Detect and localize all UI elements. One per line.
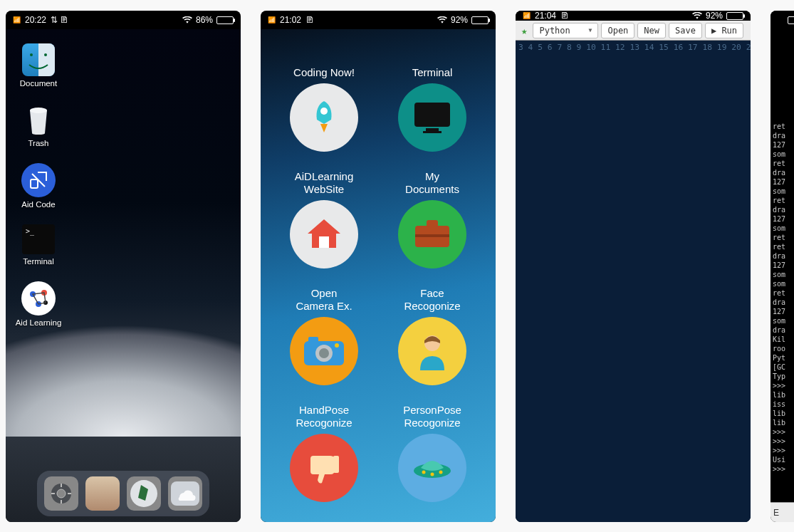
svg-rect-20 (319, 236, 329, 248)
app-label: Camera Ex. (296, 300, 352, 313)
save-button[interactable]: Save (669, 23, 702, 38)
app-camera[interactable]: OpenCamera Ex. (273, 284, 375, 385)
status-time: 20:22 (25, 15, 46, 25)
desktop-icon-aidcode[interactable]: Aid Code (14, 163, 63, 209)
signal-icon: 📶 (523, 13, 531, 19)
editor-toolbar: ★ Python Open New Save ▶ Run (516, 21, 751, 41)
rocket-icon (290, 83, 358, 152)
status-icons: ⇅ 🖹 (51, 15, 68, 25)
svg-rect-25 (308, 337, 318, 343)
status-bar: 📶 21:04 🖹 92% (516, 11, 751, 21)
ufo-icon (398, 434, 466, 502)
signal-icon: 📶 (13, 17, 21, 24)
phone-4-terminal: ret dra 127 som ret dra 127 som ret dra … (771, 11, 794, 522)
battery-icon (216, 16, 234, 24)
dock (37, 471, 209, 516)
app-thumb-down[interactable]: HandPoseRecogonize (273, 401, 375, 502)
svg-point-27 (319, 348, 329, 358)
app-label: Recogonize (404, 300, 460, 313)
battery-icon (788, 16, 794, 24)
wifi-icon (692, 12, 702, 19)
app-briefcase[interactable]: MyDocuments (382, 167, 483, 268)
desktop-icon-label: Aid Code (21, 200, 55, 209)
app-label: AiDLearning (295, 170, 354, 183)
status-time: 21:02 (280, 15, 301, 25)
svg-rect-23 (415, 234, 449, 237)
svg-point-9 (57, 489, 66, 498)
dock-item-hero-game[interactable] (127, 476, 161, 511)
briefcase-icon (398, 200, 466, 268)
app-label: Documents (405, 183, 459, 196)
app-label: Terminal (412, 66, 453, 79)
svg-point-0 (30, 53, 33, 56)
app-label: Recogonize (403, 417, 461, 429)
desktop-icon-label: Terminal (23, 257, 53, 266)
camera-icon (290, 317, 358, 385)
terminal-output[interactable]: ret dra 127 som ret dra 127 som ret dra … (771, 29, 794, 502)
thumb-down-icon (290, 434, 358, 502)
app-label: HandPose (296, 404, 352, 417)
code-area[interactable]: 3 4 5 6 7 8 9 10 11 12 13 14 15 16 17 18… (516, 41, 751, 522)
svg-point-16 (320, 108, 328, 115)
svg-point-1 (44, 53, 47, 56)
svg-rect-22 (427, 220, 438, 227)
app-label: Face (404, 287, 460, 300)
desktop-icon-terminal[interactable]: Terminal (14, 224, 63, 266)
open-button[interactable]: Open (601, 23, 634, 38)
new-button[interactable]: New (637, 23, 666, 38)
battery-percent: 92% (451, 15, 468, 25)
status-bar: 📶 20:22 ⇅ 🖹 86% (6, 11, 241, 29)
app-rocket[interactable]: Coding Now! (273, 51, 375, 152)
app-label: WebSite (295, 183, 354, 196)
run-button[interactable]: ▶ Run (705, 23, 743, 38)
bottom-label: E (773, 508, 779, 518)
desktop-icon-trash[interactable]: Trash (14, 103, 63, 147)
status-bar: 📶 21:02 🖹 92% (261, 11, 496, 29)
wifi-icon (437, 16, 447, 24)
svg-point-32 (422, 471, 426, 474)
app-ufo[interactable]: PersonPoseRecogonize (382, 401, 483, 502)
app-label: My (405, 170, 459, 183)
status-icons: 🖹 (560, 11, 569, 21)
monitor-icon (398, 83, 466, 152)
phone-2-app-grid: 📶 21:02 🖹 92% Coding Now!TerminalAiDLear… (261, 11, 496, 522)
home-icon (290, 200, 358, 268)
svg-rect-19 (423, 131, 442, 133)
svg-point-34 (439, 471, 443, 474)
app-home[interactable]: AiDLearningWebSite (273, 167, 375, 268)
desktop-icon-label: Aid Learning (16, 318, 62, 327)
app-grid: Coding Now!TerminalAiDLearningWebSiteMyD… (261, 29, 496, 522)
dock-item-face-photo[interactable] (85, 476, 120, 511)
language-select[interactable]: Python (533, 23, 598, 38)
app-monitor[interactable]: Terminal (382, 51, 483, 152)
battery-icon (726, 12, 743, 20)
battery-percent: 92% (706, 11, 723, 21)
svg-point-28 (335, 343, 339, 348)
svg-point-2 (30, 108, 47, 113)
app-person[interactable]: FaceRecogonize (382, 284, 483, 385)
desktop-icon-label: Trash (28, 139, 49, 147)
code-editor: ★ Python Open New Save ▶ Run 3 4 5 6 7 8… (516, 21, 751, 522)
desktop-icon-label: Document (20, 79, 57, 88)
desktop-wallpaper: DocumentTrashAid CodeTerminalAid Learnin… (6, 29, 241, 522)
desktop-icon-document[interactable]: Document (14, 43, 63, 88)
phone-1-desktop: 📶 20:22 ⇅ 🖹 86% DocumentTrashAid CodeTer… (6, 11, 241, 522)
app-label: PersonPose (403, 404, 461, 417)
desktop-icon-aidlearning[interactable]: Aid Learning (14, 281, 63, 327)
phone-3-code-editor: 📶 21:04 🖹 92% ★ Python Open New Save ▶ R… (516, 11, 751, 522)
battery-icon (471, 16, 489, 24)
star-icon[interactable]: ★ (518, 25, 530, 36)
battery-percent: 86% (196, 15, 213, 25)
terminal-bottom-bar: E (771, 502, 794, 522)
signal-icon: 📶 (268, 17, 276, 24)
app-label: Open (296, 287, 352, 300)
dock-item-settings[interactable] (44, 476, 78, 511)
app-label: Coding Now! (293, 66, 355, 79)
svg-rect-30 (333, 456, 339, 473)
wifi-icon (182, 16, 192, 24)
status-time: 21:04 (535, 11, 556, 21)
line-gutter: 3 4 5 6 7 8 9 10 11 12 13 14 15 16 17 18… (516, 41, 751, 522)
svg-rect-17 (414, 103, 450, 127)
dock-item-cloud[interactable] (168, 476, 202, 511)
svg-rect-18 (426, 128, 439, 131)
